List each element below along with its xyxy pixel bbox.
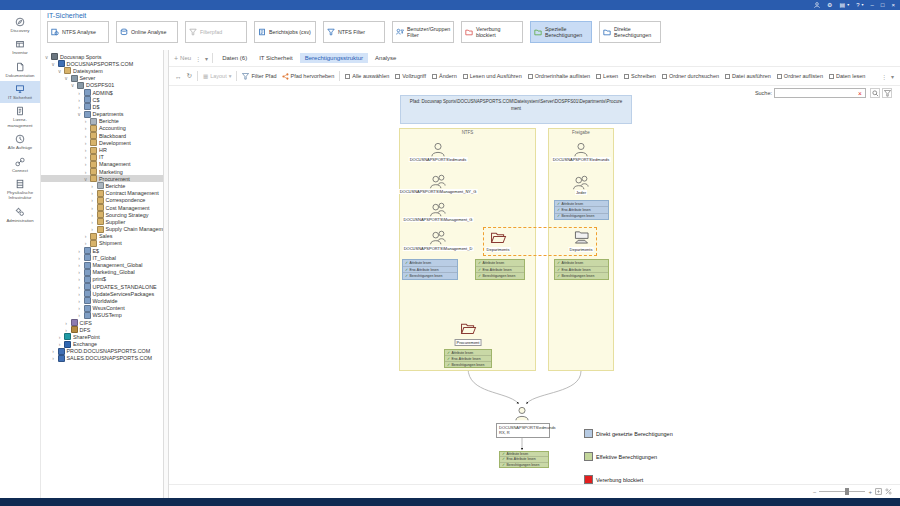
sidebar-item-administration[interactable]: Administration xyxy=(0,204,40,226)
tree-item-sales[interactable]: ›Sales xyxy=(41,233,163,240)
checkbox-schreiben[interactable]: Schreiben xyxy=(624,73,656,79)
notifications-icon[interactable]: ▤ xyxy=(839,0,845,10)
tree-item-sharepoint[interactable]: ›SharePoint xyxy=(41,333,163,340)
expand-icon[interactable]: › xyxy=(77,104,82,110)
benutzer-gruppen-filter-button[interactable]: Benutzer/Gruppen Filter xyxy=(392,21,454,43)
zoom-percent-icon[interactable] xyxy=(885,488,892,495)
user-profile-icon[interactable] xyxy=(814,2,820,8)
clear-search-icon[interactable]: × xyxy=(855,88,865,98)
ntfs-parent-folder-node[interactable] xyxy=(490,231,507,244)
tree-item-procurement[interactable]: ∨Procurement xyxy=(41,175,163,182)
tree-item-wsustemp[interactable]: ›WSUSTemp xyxy=(41,312,163,319)
sidebar-item-it-sicherheit[interactable]: IT Sicherheit xyxy=(0,81,40,103)
ntfs-inherited-permission-box[interactable]: ✓Attribute lesen✓Erw. Attribute lesen✓Be… xyxy=(475,259,525,280)
share-group-node[interactable] xyxy=(571,175,591,190)
share-folder-node[interactable] xyxy=(573,230,590,244)
expand-icon[interactable]: › xyxy=(83,233,88,239)
ntfs-group-node[interactable] xyxy=(428,174,448,189)
berichtsjobs-csv-button[interactable]: Berichtsjobs (csv) xyxy=(254,21,316,43)
close-button[interactable]: × xyxy=(891,0,895,10)
filter-path-button[interactable]: Filter Pfad xyxy=(242,73,276,80)
expand-icon[interactable]: › xyxy=(83,118,88,124)
collapse-icon[interactable]: ∨ xyxy=(44,54,49,60)
tree-item-docusnap-sports[interactable]: ∨Docusnap Sports xyxy=(41,53,163,60)
checkbox-vollzugriff[interactable]: Vollzugriff xyxy=(395,73,426,79)
tree-item-management[interactable]: ›Management xyxy=(41,161,163,168)
expand-icon[interactable]: › xyxy=(90,205,95,211)
checkbox-ordner-durchsuchen[interactable]: Ordner durchsuchen xyxy=(662,73,719,79)
ntfs-analyse-button[interactable]: NTFS Analyse xyxy=(47,21,109,43)
ntfs-target-folder-node[interactable] xyxy=(460,322,477,335)
tree-item-accounting[interactable]: ›Accounting xyxy=(41,125,163,132)
search-filter-icon[interactable] xyxy=(882,88,892,98)
search-icon[interactable] xyxy=(870,88,880,98)
tab-daten-6[interactable]: Daten (6) xyxy=(217,53,252,63)
collapse-icon[interactable]: ∨ xyxy=(77,111,82,117)
share-user-node[interactable] xyxy=(572,142,590,157)
expand-icon[interactable]: › xyxy=(77,97,82,103)
new-button[interactable]: + Neu xyxy=(174,55,191,62)
tree-item-blackboard[interactable]: ›Blackboard xyxy=(41,132,163,139)
expand-icon[interactable]: › xyxy=(90,190,95,196)
tree-item-development[interactable]: ›Development xyxy=(41,139,163,146)
tree-item-wsuscontent[interactable]: ›WsusContent xyxy=(41,305,163,312)
expand-icon[interactable]: › xyxy=(83,140,88,146)
tree-item-berichte[interactable]: ›Berichte xyxy=(41,118,163,125)
expand-icon[interactable]: › xyxy=(83,169,88,175)
spezielle-berechtigungen-button[interactable]: Spezielle Berechtigungen xyxy=(530,21,592,43)
tree-item-cost-management[interactable]: ›Cost Management xyxy=(41,204,163,211)
pan-arrows-icon[interactable]: ↔ xyxy=(175,73,182,80)
sidebar-item-dokumentation[interactable]: Dokumentation xyxy=(0,59,40,81)
tree-item-departments[interactable]: ∨Departments xyxy=(41,111,163,118)
expand-icon[interactable]: › xyxy=(57,334,62,340)
sidebar-item-physikalische-infrastruktur[interactable]: Physikalische Infrastruktur xyxy=(0,176,40,204)
zoom-out-button[interactable]: − xyxy=(813,489,817,495)
tree-item-berichte[interactable]: ›Berichte xyxy=(41,182,163,189)
sidebar-item-inventar[interactable]: Inventar xyxy=(0,36,40,58)
refresh-icon[interactable]: ↻ xyxy=(187,72,192,80)
tab-it-sicherheit[interactable]: IT Sicherheit xyxy=(254,53,298,63)
result-user-node[interactable] xyxy=(513,406,531,421)
expand-icon[interactable]: › xyxy=(90,226,95,232)
ntfs-user-node[interactable] xyxy=(429,142,447,157)
tree-item-it[interactable]: ›IT xyxy=(41,154,163,161)
tree-item-it-global[interactable]: ›IT_Global xyxy=(41,254,163,261)
tree-item-print[interactable]: ›print$ xyxy=(41,276,163,283)
tree-item-cifs[interactable]: ›CIFS xyxy=(41,319,163,326)
expand-icon[interactable]: › xyxy=(64,327,69,333)
expand-icon[interactable]: › xyxy=(77,255,82,261)
tree-item-docusnapsports-com[interactable]: ∨DOCUSNAPSPORTS.COM xyxy=(41,60,163,67)
checkbox-ordnerinhalte-auflisten[interactable]: Ordnerinhalte auflisten xyxy=(528,73,590,79)
expand-icon[interactable]: › xyxy=(77,269,82,275)
tree-item-contract-management[interactable]: ›Contract Management xyxy=(41,190,163,197)
tree-item-sourcing-strategy[interactable]: ›Sourcing Strategy xyxy=(41,211,163,218)
chevron-down-icon[interactable]: ▾ xyxy=(891,73,894,80)
fit-to-screen-icon[interactable] xyxy=(875,488,882,495)
expand-icon[interactable]: › xyxy=(77,276,82,282)
help-button[interactable]: ? xyxy=(856,0,859,10)
expand-icon[interactable]: › xyxy=(77,262,82,268)
tree-item-worldwide[interactable]: ›Worldwide xyxy=(41,297,163,304)
ntfs-effective-permission-box[interactable]: ✓Attribute lesen✓Erw. Attribute lesen✓Be… xyxy=(444,349,492,368)
expand-icon[interactable]: › xyxy=(77,312,82,318)
checkbox-lesen-und-ausf-hren[interactable]: Lesen und Ausführen xyxy=(463,73,522,79)
tree-item-hr[interactable]: ›HR xyxy=(41,146,163,153)
tree-item-admin[interactable]: ›ADMIN$ xyxy=(41,89,163,96)
tree-item-dospfs01[interactable]: ∨DOSPFS01 xyxy=(41,82,163,89)
expand-icon[interactable]: › xyxy=(57,341,62,347)
collapse-icon[interactable]: ∨ xyxy=(57,68,62,74)
ntfs-group-node[interactable] xyxy=(428,230,448,245)
checkbox-ordner-auflisten[interactable]: Ordner auflisten xyxy=(777,73,823,79)
expand-icon[interactable]: › xyxy=(77,291,82,297)
tree-item-d[interactable]: ›D$ xyxy=(41,103,163,110)
more-icon[interactable]: ⋮ xyxy=(881,73,887,80)
zoom-slider-handle[interactable] xyxy=(845,488,849,495)
tree-item-sales-docusnapsports-com[interactable]: ›SALES.DOCUSNAPSPORTS.COM xyxy=(41,355,163,362)
checkbox-alle-ausw-hlen[interactable]: Alle auswählen xyxy=(345,73,389,79)
expand-icon[interactable]: › xyxy=(83,161,88,167)
expand-icon[interactable]: › xyxy=(83,147,88,153)
tree-item-management-global[interactable]: ›Management_Global xyxy=(41,261,163,268)
expand-icon[interactable]: › xyxy=(77,284,82,290)
collapse-icon[interactable]: ∨ xyxy=(51,61,56,67)
expand-icon[interactable]: › xyxy=(77,248,82,254)
